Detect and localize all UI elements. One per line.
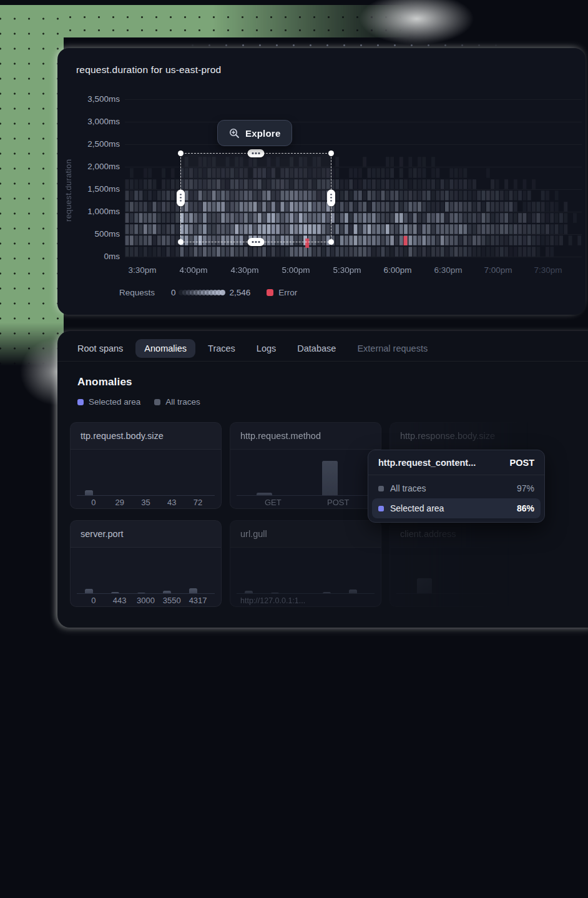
x-tick: 6:30pm (434, 265, 462, 275)
selection-handle-bottom-right[interactable] (328, 239, 334, 245)
tab-root-spans[interactable]: Root spans (69, 339, 132, 358)
legend-label: Selected area (89, 397, 140, 407)
y-axis-ticks: 3,500ms 3,000ms 2,500ms 2,000ms 1,500ms … (72, 48, 120, 315)
chart-x-labels: GETPOST (240, 498, 371, 508)
x-label: POST (327, 498, 349, 507)
bar-all-traces (417, 578, 432, 594)
x-tick: 5:30pm (333, 265, 361, 275)
x-label: GET (265, 498, 282, 507)
bar-chart (400, 553, 531, 594)
y-tick: 2,500ms (87, 139, 120, 149)
selection-handle-right[interactable] (327, 189, 335, 206)
selection-handle-left[interactable] (177, 189, 185, 206)
hover-tooltip: http.request_content... POST All traces … (368, 450, 545, 523)
tab-external-requests[interactable]: External requests (348, 339, 436, 358)
x-label: 35 (141, 498, 150, 507)
x-tick: 5:00pm (282, 265, 310, 275)
chart-baseline (77, 495, 215, 496)
deco-grain-blob-top (359, 0, 474, 45)
selection-handle-bottom[interactable] (248, 238, 265, 246)
x-tick: 4:00pm (179, 265, 207, 275)
y-tick: 500ms (94, 229, 120, 239)
tooltip-row-value: 86% (517, 503, 534, 513)
anomaly-card-url-full[interactable]: url.gull http://127.0.0.1:1... (230, 520, 381, 607)
selection-rectangle[interactable] (180, 153, 331, 242)
tooltip-value: POST (510, 458, 534, 468)
card-title: client.address (390, 521, 541, 548)
x-label: 3000 (137, 596, 155, 605)
bar-chart (240, 553, 371, 594)
tooltip-row-label: Selected area (390, 503, 517, 513)
x-tick: 4:30pm (230, 265, 258, 275)
selected-area-swatch (378, 506, 384, 511)
chart-x-caption: http://127.0.0.1:1... (240, 596, 305, 605)
selection-handle-top-right[interactable] (328, 150, 334, 156)
x-label: 443 (113, 596, 127, 605)
legend-selected-area[interactable]: Selected area (77, 397, 140, 407)
anomaly-card-server-port[interactable]: server.port 0443300035504317 (70, 520, 222, 607)
scale-max: 2,546 (230, 288, 251, 297)
anomaly-card-client-address[interactable]: client.address (390, 520, 541, 607)
legend-label: All traces (165, 397, 200, 407)
anomaly-card-request-body-size[interactable]: ttp.request.body.size 029354372 (70, 422, 222, 509)
x-tick: 7:30pm (534, 265, 562, 275)
y-axis-title: request.duration (64, 128, 73, 222)
tooltip-row-label: All traces (390, 483, 517, 493)
anomaly-card-request-method[interactable]: http.request.method GETPOST (230, 422, 381, 509)
tab-bar: Root spans Anomalies Traces Logs Databas… (69, 336, 436, 361)
x-label: 0 (91, 596, 96, 605)
zoom-in-icon (229, 128, 240, 139)
chart-baseline (237, 495, 375, 496)
tooltip-row-selected-area: Selected area 86% (372, 498, 541, 518)
tab-divider (57, 361, 588, 362)
explore-button[interactable]: Explore (217, 120, 292, 146)
x-label: 43 (167, 498, 176, 507)
y-tick: 3,500ms (87, 94, 120, 104)
x-tick: 7:00pm (484, 265, 512, 275)
chart-baseline (396, 593, 534, 594)
chart-x-labels: 0443300035504317 (81, 596, 211, 606)
selection-handle-top-left[interactable] (178, 150, 184, 156)
y-tick: 1,500ms (87, 184, 120, 194)
legend-all-traces[interactable]: All traces (154, 397, 200, 407)
tab-logs[interactable]: Logs (248, 339, 285, 358)
density-scale (180, 290, 225, 295)
requests-label: Requests (119, 288, 155, 297)
card-title: http.request.method (230, 423, 381, 450)
tab-anomalies[interactable]: Anomalies (135, 339, 195, 358)
card-title: http.response.body.size (390, 423, 541, 450)
x-axis-ticks: 3:30pm 4:00pm 4:30pm 5:00pm 5:30pm 6:00p… (125, 265, 582, 277)
chart-baseline (77, 593, 215, 594)
all-traces-swatch (378, 486, 384, 491)
anomalies-heading: Anomalies (77, 376, 132, 388)
selection-handle-top[interactable] (248, 149, 265, 157)
chart-baseline (237, 593, 375, 594)
selection-handle-bottom-left[interactable] (178, 239, 184, 245)
duration-chart-panel: request.duration for us-east-prod reques… (57, 48, 586, 315)
bar-chart (240, 455, 371, 496)
x-label: 0 (91, 498, 96, 507)
x-label: 72 (194, 498, 202, 507)
card-title: url.gull (230, 521, 381, 548)
deco-green-dot-strip-left (0, 5, 64, 366)
card-title: ttp.request.body.size (71, 423, 221, 450)
y-tick: 3,000ms (87, 117, 120, 126)
heatmap-legend: Requests 0 2,546 Error (119, 288, 297, 297)
x-tick: 3:30pm (128, 265, 156, 275)
error-swatch (267, 289, 273, 296)
selected-area-swatch (77, 399, 84, 405)
bar-chart (81, 553, 211, 594)
tab-traces[interactable]: Traces (199, 339, 244, 358)
bar-chart (81, 455, 211, 496)
tab-database[interactable]: Database (288, 339, 345, 358)
y-tick: 1,000ms (87, 207, 120, 216)
tooltip-title: http.request_content... (378, 458, 476, 468)
card-title: server.port (71, 521, 221, 548)
y-tick: 2,000ms (87, 162, 120, 171)
bar-all-traces (322, 461, 338, 496)
explore-button-label: Explore (245, 128, 280, 139)
x-label: 4317 (189, 596, 207, 605)
anomalies-legend: Selected area All traces (77, 397, 200, 407)
all-traces-swatch (154, 399, 160, 405)
x-label: 3550 (163, 596, 181, 605)
